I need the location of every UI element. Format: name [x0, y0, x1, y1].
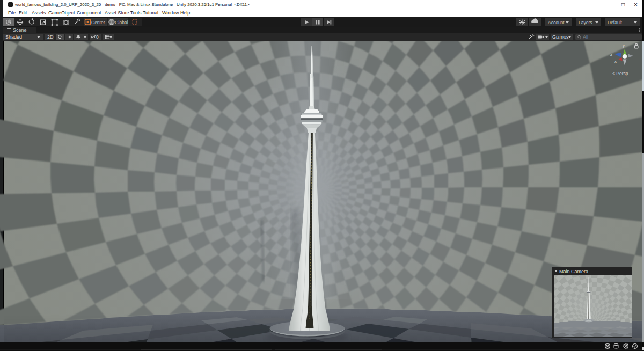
svg-text:Layers: Layers: [579, 20, 592, 25]
svg-text:0: 0: [96, 34, 99, 40]
svg-text:Default: Default: [608, 20, 623, 25]
svg-text:Account: Account: [548, 20, 565, 25]
svg-text:2D: 2D: [47, 34, 54, 40]
svg-text:< Persp: < Persp: [612, 71, 628, 76]
svg-text:x: x: [614, 59, 617, 64]
svg-text:Shaded: Shaded: [5, 34, 22, 40]
svg-text:Center: Center: [91, 20, 105, 25]
svg-text:y: y: [623, 43, 625, 48]
svg-text:Scene: Scene: [13, 27, 27, 33]
svg-text:All: All: [583, 34, 588, 40]
svg-text:Global: Global: [115, 20, 128, 25]
svg-text:Main Camera: Main Camera: [559, 269, 588, 274]
svg-text:Gizmos: Gizmos: [552, 34, 569, 40]
svg-text:z: z: [610, 52, 612, 57]
